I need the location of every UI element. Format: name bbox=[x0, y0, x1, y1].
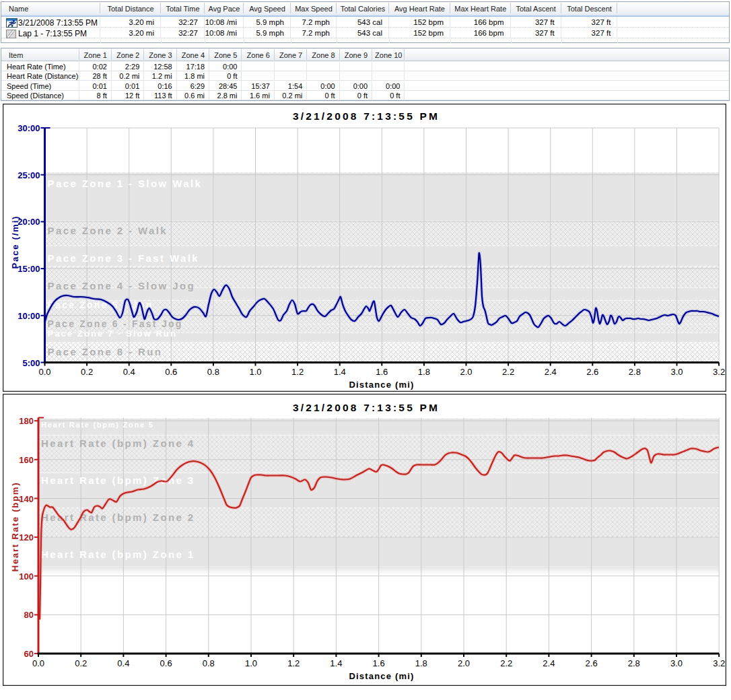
svg-text:160: 160 bbox=[19, 454, 34, 464]
svg-text:0.2: 0.2 bbox=[75, 658, 87, 668]
svg-text:2.4: 2.4 bbox=[543, 658, 555, 668]
svg-text:0.0: 0.0 bbox=[38, 367, 50, 377]
svg-text:15:00: 15:00 bbox=[18, 264, 40, 274]
svg-text:1.6: 1.6 bbox=[376, 367, 388, 377]
svg-text:5:00: 5:00 bbox=[22, 358, 40, 368]
svg-text:Heart Rate (bpm) Zone 4: Heart Rate (bpm) Zone 4 bbox=[41, 438, 195, 449]
svg-text:2.2: 2.2 bbox=[500, 658, 512, 668]
svg-text:1.4: 1.4 bbox=[330, 658, 342, 668]
svg-text:Heart Rate (bpm): Heart Rate (bpm) bbox=[10, 481, 20, 571]
svg-text:Pace Zone 2 - Walk: Pace Zone 2 - Walk bbox=[48, 225, 168, 236]
svg-text:2.8: 2.8 bbox=[628, 658, 640, 668]
svg-text:3.2: 3.2 bbox=[713, 658, 725, 668]
svg-text:20:00: 20:00 bbox=[18, 217, 40, 227]
svg-text:30:00: 30:00 bbox=[18, 123, 40, 133]
svg-text:3.0: 3.0 bbox=[670, 658, 683, 668]
svg-text:100: 100 bbox=[19, 571, 34, 581]
svg-text:Pace (/mi): Pace (/mi) bbox=[10, 215, 20, 269]
svg-text:2.2: 2.2 bbox=[502, 367, 514, 377]
svg-text:1.6: 1.6 bbox=[373, 658, 385, 668]
svg-text:Pace Zone 7 - Slow Run: Pace Zone 7 - Slow Run bbox=[48, 328, 177, 339]
svg-text:1.8: 1.8 bbox=[418, 367, 430, 377]
svg-text:Heart Rate (bpm) Zone 5: Heart Rate (bpm) Zone 5 bbox=[41, 421, 154, 429]
svg-text:0.6: 0.6 bbox=[165, 367, 177, 377]
svg-text:140: 140 bbox=[19, 493, 34, 503]
svg-text:Distance (mi): Distance (mi) bbox=[349, 670, 414, 680]
svg-text:10:00: 10:00 bbox=[18, 311, 40, 321]
svg-text:3/21/2008 7:13:55 PM: 3/21/2008 7:13:55 PM bbox=[293, 110, 440, 122]
svg-text:Pace Zone 6 - Fast Jog: Pace Zone 6 - Fast Jog bbox=[48, 318, 183, 329]
svg-text:0.6: 0.6 bbox=[160, 658, 172, 668]
svg-text:Pace Zone 4 - Slow Jog: Pace Zone 4 - Slow Jog bbox=[48, 280, 196, 291]
svg-text:1.2: 1.2 bbox=[287, 658, 300, 668]
svg-text:120: 120 bbox=[19, 532, 34, 542]
svg-text:1.0: 1.0 bbox=[245, 658, 257, 668]
svg-text:2.6: 2.6 bbox=[586, 658, 598, 668]
svg-text:0.8: 0.8 bbox=[207, 367, 219, 377]
svg-text:3.2: 3.2 bbox=[713, 367, 725, 377]
svg-text:Distance (mi): Distance (mi) bbox=[349, 380, 414, 390]
svg-text:80: 80 bbox=[24, 610, 34, 620]
svg-text:Heart Rate (bpm) Zone 1: Heart Rate (bpm) Zone 1 bbox=[41, 549, 195, 560]
svg-text:Pace Zone 3 - Fast Walk: Pace Zone 3 - Fast Walk bbox=[48, 252, 200, 264]
svg-text:3.0: 3.0 bbox=[670, 367, 683, 377]
svg-text:3/21/2008 7:13:55 PM: 3/21/2008 7:13:55 PM bbox=[293, 401, 440, 413]
svg-text:Pace Zone 8 - Run: Pace Zone 8 - Run bbox=[48, 346, 163, 357]
svg-text:25:00: 25:00 bbox=[18, 170, 40, 180]
svg-text:0.8: 0.8 bbox=[203, 658, 215, 668]
svg-text:180: 180 bbox=[19, 416, 34, 426]
svg-text:2.4: 2.4 bbox=[545, 367, 557, 377]
svg-text:2.0: 2.0 bbox=[458, 658, 470, 668]
svg-text:1.0: 1.0 bbox=[249, 367, 261, 377]
svg-text:0.0: 0.0 bbox=[32, 658, 44, 668]
svg-text:Pace Zone 1 - Slow Walk: Pace Zone 1 - Slow Walk bbox=[48, 178, 203, 189]
svg-text:2.8: 2.8 bbox=[629, 367, 641, 377]
svg-text:1.4: 1.4 bbox=[334, 367, 346, 377]
svg-text:0.4: 0.4 bbox=[123, 367, 135, 377]
svg-text:0.2: 0.2 bbox=[81, 367, 93, 377]
svg-text:2.6: 2.6 bbox=[586, 367, 598, 377]
svg-text:1.2: 1.2 bbox=[291, 367, 304, 377]
svg-text:1.8: 1.8 bbox=[415, 658, 427, 668]
svg-text:2.0: 2.0 bbox=[460, 367, 472, 377]
svg-text:0.4: 0.4 bbox=[117, 658, 129, 668]
